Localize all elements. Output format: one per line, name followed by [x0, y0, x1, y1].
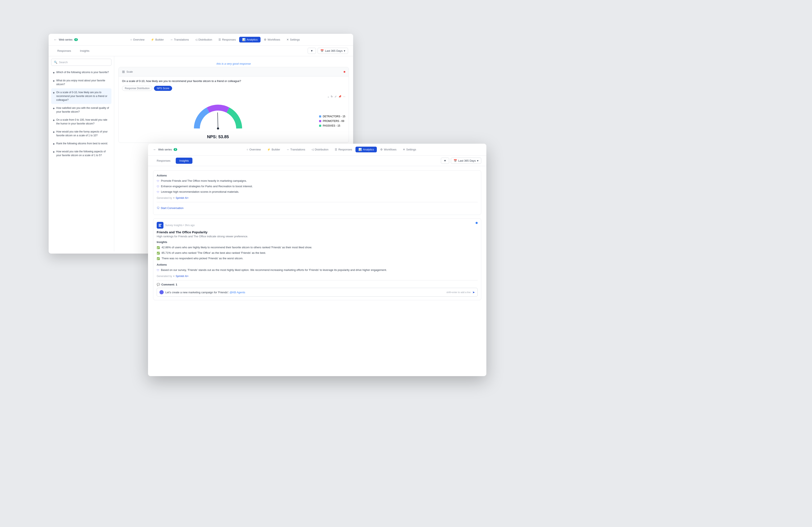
conversation-icon: 🗨 — [157, 207, 159, 210]
comment-icon: 💬 — [157, 283, 160, 286]
actions-bullets: 🛡 Based on our survey, 'Friends' stands … — [157, 268, 478, 272]
insight-meta: Survey Insights • 3hrs ago — [165, 224, 195, 227]
sub-tabs-right-back: ▼ 📅 Last 365 Days ▾ — [308, 48, 348, 54]
tab-analytics-active-f[interactable]: 📊 Analytics — [356, 147, 377, 152]
date-filter-front[interactable]: 📅 Last 365 Days ▾ — [451, 157, 481, 164]
sidebar-question-2[interactable]: ◆ What do you enjoy most about your favo… — [51, 76, 112, 88]
bar-3 — [159, 226, 161, 227]
passives-dot — [319, 125, 321, 127]
tab-overview[interactable]: ○ Overview — [127, 37, 147, 43]
comment-label: 💬 Comment: 1 — [157, 283, 478, 286]
sidebar-question-7[interactable]: ◆ Rank the following sitcoms from best t… — [51, 139, 112, 148]
chart-icon-1[interactable]: ﾶ — [328, 95, 329, 98]
bullet-icon-action-1: 🛡 — [157, 179, 159, 183]
insight-subtitle-main: High rankings for Friends and The Office… — [157, 235, 478, 238]
sub-tab-insights-back[interactable]: Insights — [76, 48, 93, 54]
tab-settings[interactable]: ✕ Settings — [284, 37, 303, 43]
scale-tag: Scale — [127, 70, 133, 73]
filter-button-front[interactable]: ▼ — [441, 157, 449, 164]
promoters-dot — [319, 120, 321, 122]
responses-icon-f: ☰ — [335, 148, 337, 151]
bar-1 — [159, 224, 162, 225]
builder-icon: ⚡ — [151, 38, 154, 41]
sidebar-question-1[interactable]: ◆ Which of the following sitcoms is your… — [51, 68, 112, 76]
window-badge-front: 4 — [174, 148, 177, 151]
comment-hint: shift+enter to add a line — [446, 291, 471, 293]
bullet-icon: ◆ — [53, 142, 55, 146]
insight-card-main: Survey Insights • 3hrs ago Friends and T… — [153, 218, 481, 300]
action-item-3: 🛡 Leverage high recommendation scores in… — [157, 190, 478, 194]
insight-title-main: Friends and The Office Popularity — [157, 230, 478, 234]
pin-icon[interactable]: 📌 — [338, 95, 342, 98]
comment-input[interactable]: Let's create a new marketing campaign fo… — [157, 288, 478, 297]
nps-chart-area: NPS: 53.85 DETRACTORS - 15 PROMOTERS - 6… — [119, 100, 349, 142]
sub-tab-insights-f[interactable]: Insights — [176, 157, 192, 164]
tab-analytics-active[interactable]: 📊 Analytics — [239, 37, 261, 43]
insights-content: Actions 🛡 Promote Friends and The Office… — [148, 166, 487, 374]
sidebar-question-6[interactable]: ◆ How would you rate the funny aspects o… — [51, 127, 112, 139]
svg-point-1 — [217, 127, 219, 130]
send-icon[interactable]: ➤ — [473, 290, 475, 294]
back-nav[interactable]: ← Web series 4 — [54, 38, 78, 42]
legend-passives: PASSIVES - 15 — [319, 124, 345, 127]
bullet-icon: ◆ — [53, 150, 55, 154]
refresh-icon[interactable]: ↻ — [331, 95, 333, 98]
insights-section-label: Insights — [157, 240, 478, 244]
tab-distribution[interactable]: ◁ Distribution — [192, 37, 215, 43]
sub-tab-responses-f[interactable]: Responses — [153, 157, 174, 164]
sidebar-question-8[interactable]: ◆ How would you rate the following aspec… — [51, 148, 112, 159]
tab-translations-f[interactable]: ↔ Translations — [284, 147, 308, 152]
insight-card-header-main: Survey Insights • 3hrs ago — [157, 222, 478, 229]
divider-main — [157, 280, 478, 281]
sub-tab-responses-back[interactable]: Responses — [54, 48, 75, 54]
red-dot — [344, 71, 345, 73]
start-conversation-btn[interactable]: 🗨 Start Conversation — [157, 205, 478, 211]
sidebar-question-3[interactable]: ◆ On a scale of 0-10, how likely are you… — [51, 88, 112, 104]
tab-builder[interactable]: ⚡ Builder — [148, 37, 166, 43]
tab-responses-f[interactable]: ☰ Responses — [332, 147, 355, 152]
tab-responses[interactable]: ☰ Responses — [216, 37, 239, 43]
nps-legend: DETRACTORS - 15 PROMOTERS - 69 PASSIVES … — [319, 115, 345, 127]
tab-builder-f[interactable]: ⚡ Builder — [264, 147, 283, 152]
subtab-nps-score[interactable]: NPS Score — [154, 86, 172, 91]
analytics-icon: 📊 — [242, 38, 246, 41]
insight-card-top: Actions 🛡 Promote Friends and The Office… — [153, 170, 481, 215]
expand-icon[interactable]: ⤢ — [335, 95, 337, 98]
filter-icon-f: ▼ — [444, 159, 446, 162]
bullet-icon: ◆ — [53, 106, 55, 110]
bullet-icon: ◆ — [53, 130, 55, 134]
sidebar-question-4[interactable]: ◆ How satisfied are you with the overall… — [51, 104, 112, 116]
back-nav-front[interactable]: ← Web series 4 — [153, 148, 177, 151]
insight-item-2: ✅ 85.71% of users who ranked 'The Office… — [157, 251, 478, 255]
nav-tabs-front: ○ Overview ⚡ Builder ↔ Translations ◁ Di… — [182, 147, 481, 152]
bullet-icon: ◆ — [53, 79, 55, 82]
comment-section: 💬 Comment: 1 Let's create a new marketin… — [157, 283, 478, 297]
tab-workflows[interactable]: ⚙ Workflows — [261, 37, 283, 43]
search-icon: 🔍 — [54, 61, 57, 64]
chevron-down-icon-f: ▾ — [477, 159, 479, 162]
actions-section-label: Actions — [157, 263, 478, 266]
responses-icon: ☰ — [218, 38, 221, 41]
bullet-icon-action-2: 🛡 — [157, 185, 159, 189]
legend-detractors: DETRACTORS - 15 — [319, 115, 345, 118]
more-icon[interactable]: ··· — [343, 95, 345, 98]
action-item-2: 🛡 Enhance engagement strategies for Park… — [157, 184, 478, 189]
comment-text: Let's create a new marketing campaign fo… — [165, 291, 245, 294]
filter-button-back[interactable]: ▼ — [308, 48, 316, 54]
tab-distribution-f[interactable]: ◁ Distribution — [308, 147, 331, 152]
tab-translations[interactable]: ↔ Translations — [167, 37, 192, 43]
bullet-icon: ◆ — [53, 91, 55, 94]
action-main-item-1: 🛡 Based on our survey, 'Friends' stands … — [157, 268, 478, 272]
subtab-response-dist[interactable]: Response Distribution — [122, 86, 152, 91]
tab-workflows-f[interactable]: ⚙ Workflows — [377, 147, 400, 152]
search-input[interactable]: 🔍 Search — [51, 59, 112, 66]
date-filter-back[interactable]: 📅 Last 365 Days ▾ — [318, 48, 348, 54]
sidebar-question-5[interactable]: ◆ On a scale from 0 to 100, how would yo… — [51, 116, 112, 127]
action-item-1: 🛡 Promote Friends and The Office more he… — [157, 179, 478, 183]
gauge-chart: NPS: 53.85 — [122, 103, 314, 139]
nps-value: NPS: 53.85 — [207, 134, 229, 139]
tab-overview-f[interactable]: ○ Overview — [244, 147, 264, 152]
bullet-icon: ◆ — [53, 118, 55, 122]
back-arrow-icon: ← — [54, 38, 57, 42]
tab-settings-f[interactable]: ✕ Settings — [400, 147, 419, 152]
